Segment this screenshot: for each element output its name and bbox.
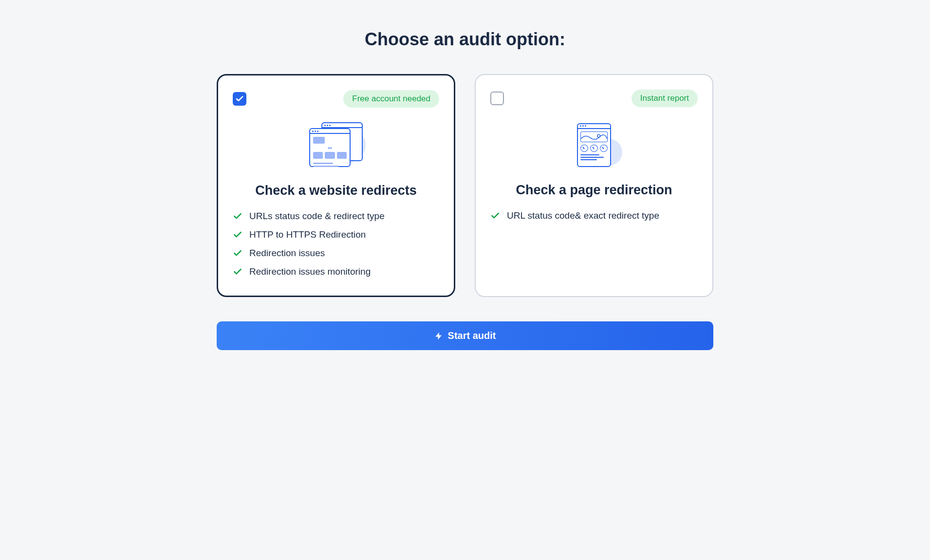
badge-free-account: Free account needed bbox=[343, 90, 439, 108]
feature-text: Redirection issues bbox=[249, 248, 325, 259]
illustration-website-icon: ••• bbox=[233, 120, 439, 173]
feature-item: URL status code& exact redirect type bbox=[490, 206, 698, 225]
lightning-icon bbox=[434, 332, 443, 340]
feature-text: Redirection issues monitoring bbox=[249, 266, 371, 277]
card-title: Check a page redirection bbox=[490, 183, 698, 198]
feature-list: URLs status code & redirect type HTTP to… bbox=[233, 207, 439, 281]
feature-list: URL status code& exact redirect type bbox=[490, 206, 698, 225]
card-header: Instant report bbox=[490, 90, 698, 107]
feature-text: URL status code& exact redirect type bbox=[507, 210, 659, 221]
svg-point-0 bbox=[597, 134, 600, 137]
feature-item: Redirection issues bbox=[233, 244, 439, 262]
check-icon bbox=[233, 248, 242, 258]
feature-item: Redirection issues monitoring bbox=[233, 262, 439, 281]
start-audit-button[interactable]: Start audit bbox=[217, 321, 713, 350]
check-icon bbox=[233, 211, 242, 221]
feature-text: HTTP to HTTPS Redirection bbox=[249, 229, 366, 240]
badge-instant-report: Instant report bbox=[632, 90, 698, 107]
page-title: Choose an audit option: bbox=[365, 29, 565, 50]
card-title: Check a website redirects bbox=[233, 183, 439, 198]
feature-item: URLs status code & redirect type bbox=[233, 207, 439, 225]
check-icon bbox=[233, 230, 242, 240]
options-container: Free account needed ••• bbox=[217, 74, 713, 297]
illustration-page-icon bbox=[490, 119, 698, 173]
checkbox-icon[interactable] bbox=[233, 92, 246, 106]
feature-item: HTTP to HTTPS Redirection bbox=[233, 225, 439, 244]
card-header: Free account needed bbox=[233, 90, 439, 108]
check-icon bbox=[490, 211, 500, 221]
option-card-website-redirects[interactable]: Free account needed ••• bbox=[217, 74, 455, 297]
start-button-label: Start audit bbox=[448, 330, 496, 341]
feature-text: URLs status code & redirect type bbox=[249, 211, 385, 222]
checkbox-icon[interactable] bbox=[490, 92, 504, 105]
check-icon bbox=[233, 267, 242, 277]
option-card-page-redirection[interactable]: Instant report bbox=[475, 74, 713, 297]
